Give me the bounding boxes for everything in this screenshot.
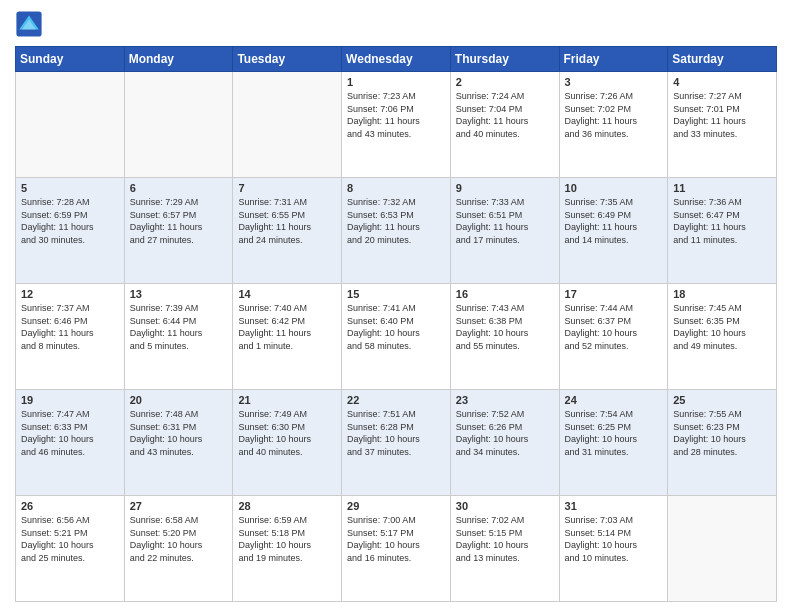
day-number: 5 <box>21 182 119 194</box>
day-info: Sunrise: 7:49 AM Sunset: 6:30 PM Dayligh… <box>238 408 336 458</box>
day-info: Sunrise: 7:51 AM Sunset: 6:28 PM Dayligh… <box>347 408 445 458</box>
day-number: 4 <box>673 76 771 88</box>
day-number: 3 <box>565 76 663 88</box>
day-info: Sunrise: 7:48 AM Sunset: 6:31 PM Dayligh… <box>130 408 228 458</box>
day-number: 28 <box>238 500 336 512</box>
calendar-cell: 1Sunrise: 7:23 AM Sunset: 7:06 PM Daylig… <box>342 72 451 178</box>
calendar-cell <box>668 496 777 602</box>
day-info: Sunrise: 6:59 AM Sunset: 5:18 PM Dayligh… <box>238 514 336 564</box>
calendar-header: SundayMondayTuesdayWednesdayThursdayFrid… <box>16 47 777 72</box>
day-info: Sunrise: 6:58 AM Sunset: 5:20 PM Dayligh… <box>130 514 228 564</box>
day-number: 1 <box>347 76 445 88</box>
weekday-header-monday: Monday <box>124 47 233 72</box>
day-info: Sunrise: 7:02 AM Sunset: 5:15 PM Dayligh… <box>456 514 554 564</box>
day-number: 25 <box>673 394 771 406</box>
day-info: Sunrise: 7:36 AM Sunset: 6:47 PM Dayligh… <box>673 196 771 246</box>
day-info: Sunrise: 7:26 AM Sunset: 7:02 PM Dayligh… <box>565 90 663 140</box>
day-info: Sunrise: 7:39 AM Sunset: 6:44 PM Dayligh… <box>130 302 228 352</box>
calendar-cell: 2Sunrise: 7:24 AM Sunset: 7:04 PM Daylig… <box>450 72 559 178</box>
day-number: 26 <box>21 500 119 512</box>
calendar-cell: 12Sunrise: 7:37 AM Sunset: 6:46 PM Dayli… <box>16 284 125 390</box>
day-info: Sunrise: 7:44 AM Sunset: 6:37 PM Dayligh… <box>565 302 663 352</box>
logo <box>15 10 47 38</box>
calendar-cell: 31Sunrise: 7:03 AM Sunset: 5:14 PM Dayli… <box>559 496 668 602</box>
calendar-week-row: 5Sunrise: 7:28 AM Sunset: 6:59 PM Daylig… <box>16 178 777 284</box>
calendar-cell: 7Sunrise: 7:31 AM Sunset: 6:55 PM Daylig… <box>233 178 342 284</box>
calendar-cell: 30Sunrise: 7:02 AM Sunset: 5:15 PM Dayli… <box>450 496 559 602</box>
calendar-cell: 27Sunrise: 6:58 AM Sunset: 5:20 PM Dayli… <box>124 496 233 602</box>
calendar-cell: 26Sunrise: 6:56 AM Sunset: 5:21 PM Dayli… <box>16 496 125 602</box>
calendar-cell: 4Sunrise: 7:27 AM Sunset: 7:01 PM Daylig… <box>668 72 777 178</box>
calendar-cell: 14Sunrise: 7:40 AM Sunset: 6:42 PM Dayli… <box>233 284 342 390</box>
day-info: Sunrise: 7:35 AM Sunset: 6:49 PM Dayligh… <box>565 196 663 246</box>
day-number: 24 <box>565 394 663 406</box>
day-info: Sunrise: 7:54 AM Sunset: 6:25 PM Dayligh… <box>565 408 663 458</box>
day-number: 29 <box>347 500 445 512</box>
day-number: 12 <box>21 288 119 300</box>
weekday-header-wednesday: Wednesday <box>342 47 451 72</box>
day-info: Sunrise: 7:23 AM Sunset: 7:06 PM Dayligh… <box>347 90 445 140</box>
calendar-cell: 28Sunrise: 6:59 AM Sunset: 5:18 PM Dayli… <box>233 496 342 602</box>
day-number: 27 <box>130 500 228 512</box>
day-number: 6 <box>130 182 228 194</box>
day-number: 15 <box>347 288 445 300</box>
calendar-cell: 17Sunrise: 7:44 AM Sunset: 6:37 PM Dayli… <box>559 284 668 390</box>
day-number: 22 <box>347 394 445 406</box>
day-number: 31 <box>565 500 663 512</box>
day-number: 18 <box>673 288 771 300</box>
day-info: Sunrise: 7:28 AM Sunset: 6:59 PM Dayligh… <box>21 196 119 246</box>
day-info: Sunrise: 7:40 AM Sunset: 6:42 PM Dayligh… <box>238 302 336 352</box>
day-info: Sunrise: 7:52 AM Sunset: 6:26 PM Dayligh… <box>456 408 554 458</box>
calendar-cell: 13Sunrise: 7:39 AM Sunset: 6:44 PM Dayli… <box>124 284 233 390</box>
calendar-week-row: 19Sunrise: 7:47 AM Sunset: 6:33 PM Dayli… <box>16 390 777 496</box>
weekday-header-thursday: Thursday <box>450 47 559 72</box>
calendar-cell: 8Sunrise: 7:32 AM Sunset: 6:53 PM Daylig… <box>342 178 451 284</box>
day-number: 14 <box>238 288 336 300</box>
calendar-cell: 22Sunrise: 7:51 AM Sunset: 6:28 PM Dayli… <box>342 390 451 496</box>
day-number: 17 <box>565 288 663 300</box>
day-number: 20 <box>130 394 228 406</box>
page: SundayMondayTuesdayWednesdayThursdayFrid… <box>0 0 792 612</box>
weekday-header-friday: Friday <box>559 47 668 72</box>
day-info: Sunrise: 7:32 AM Sunset: 6:53 PM Dayligh… <box>347 196 445 246</box>
calendar-cell: 29Sunrise: 7:00 AM Sunset: 5:17 PM Dayli… <box>342 496 451 602</box>
day-number: 10 <box>565 182 663 194</box>
calendar-cell: 6Sunrise: 7:29 AM Sunset: 6:57 PM Daylig… <box>124 178 233 284</box>
day-number: 19 <box>21 394 119 406</box>
day-info: Sunrise: 7:27 AM Sunset: 7:01 PM Dayligh… <box>673 90 771 140</box>
calendar-table: SundayMondayTuesdayWednesdayThursdayFrid… <box>15 46 777 602</box>
calendar-cell: 21Sunrise: 7:49 AM Sunset: 6:30 PM Dayli… <box>233 390 342 496</box>
weekday-header-row: SundayMondayTuesdayWednesdayThursdayFrid… <box>16 47 777 72</box>
day-info: Sunrise: 7:55 AM Sunset: 6:23 PM Dayligh… <box>673 408 771 458</box>
day-number: 21 <box>238 394 336 406</box>
weekday-header-tuesday: Tuesday <box>233 47 342 72</box>
calendar-cell: 24Sunrise: 7:54 AM Sunset: 6:25 PM Dayli… <box>559 390 668 496</box>
calendar-cell: 10Sunrise: 7:35 AM Sunset: 6:49 PM Dayli… <box>559 178 668 284</box>
calendar-cell <box>124 72 233 178</box>
calendar-cell: 19Sunrise: 7:47 AM Sunset: 6:33 PM Dayli… <box>16 390 125 496</box>
calendar-cell <box>16 72 125 178</box>
day-number: 8 <box>347 182 445 194</box>
day-number: 11 <box>673 182 771 194</box>
calendar-cell: 25Sunrise: 7:55 AM Sunset: 6:23 PM Dayli… <box>668 390 777 496</box>
calendar-cell: 16Sunrise: 7:43 AM Sunset: 6:38 PM Dayli… <box>450 284 559 390</box>
calendar-week-row: 1Sunrise: 7:23 AM Sunset: 7:06 PM Daylig… <box>16 72 777 178</box>
day-info: Sunrise: 7:47 AM Sunset: 6:33 PM Dayligh… <box>21 408 119 458</box>
calendar-cell: 3Sunrise: 7:26 AM Sunset: 7:02 PM Daylig… <box>559 72 668 178</box>
logo-icon <box>15 10 43 38</box>
day-info: Sunrise: 7:03 AM Sunset: 5:14 PM Dayligh… <box>565 514 663 564</box>
calendar-cell <box>233 72 342 178</box>
day-number: 2 <box>456 76 554 88</box>
calendar-cell: 15Sunrise: 7:41 AM Sunset: 6:40 PM Dayli… <box>342 284 451 390</box>
day-number: 23 <box>456 394 554 406</box>
calendar-cell: 18Sunrise: 7:45 AM Sunset: 6:35 PM Dayli… <box>668 284 777 390</box>
day-info: Sunrise: 7:31 AM Sunset: 6:55 PM Dayligh… <box>238 196 336 246</box>
day-number: 9 <box>456 182 554 194</box>
calendar-cell: 5Sunrise: 7:28 AM Sunset: 6:59 PM Daylig… <box>16 178 125 284</box>
calendar-week-row: 12Sunrise: 7:37 AM Sunset: 6:46 PM Dayli… <box>16 284 777 390</box>
weekday-header-saturday: Saturday <box>668 47 777 72</box>
day-info: Sunrise: 7:41 AM Sunset: 6:40 PM Dayligh… <box>347 302 445 352</box>
day-number: 13 <box>130 288 228 300</box>
day-number: 16 <box>456 288 554 300</box>
calendar-cell: 23Sunrise: 7:52 AM Sunset: 6:26 PM Dayli… <box>450 390 559 496</box>
